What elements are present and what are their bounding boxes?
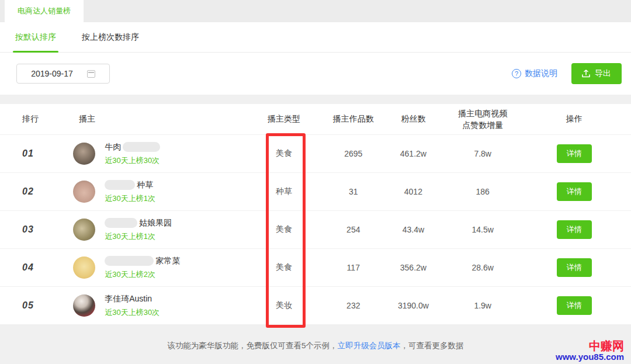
fans-count: 4012 [385, 187, 442, 196]
censored-name-blur [105, 180, 135, 190]
ranking-times: 近30天上榜1次 [105, 231, 172, 242]
header-works: 播主作品数 [322, 114, 385, 124]
export-icon [582, 70, 590, 78]
broadcaster-name: 种草 [137, 180, 153, 190]
censored-name-blur [105, 218, 137, 228]
watermark-site-url: www.you85.com [556, 352, 624, 362]
header-type: 播主类型 [246, 114, 322, 124]
broadcaster-type: 美食 [246, 262, 322, 273]
detail-button[interactable]: 详情 [557, 182, 592, 201]
censored-name-blur [105, 256, 154, 266]
filter-row: 2019-09-17 ? 数据说明 导出 [0, 53, 631, 95]
avatar [73, 181, 95, 203]
calendar-icon [87, 70, 95, 78]
tab-sort-default[interactable]: 按默认排序 [15, 22, 56, 52]
broadcaster-type: 种草 [246, 186, 322, 197]
likes-increment: 1.9w [442, 301, 523, 310]
detail-button[interactable]: 详情 [557, 220, 592, 239]
rank-value: 03 [22, 224, 34, 234]
tab-ecommerce-sales-ranking[interactable]: 电商达人销量榜 [5, 0, 84, 22]
rank-value: 04 [22, 262, 34, 272]
likes-increment: 186 [442, 187, 523, 196]
ranking-times: 近30天上榜1次 [105, 193, 155, 204]
header-broadcaster: 播主 [57, 114, 246, 124]
broadcaster-type: 美妆 [246, 300, 322, 311]
avatar [73, 294, 95, 317]
table-row: 02 种草 近30天上榜1次 种草 31 4012 186 详情 [0, 172, 631, 210]
broadcaster-name: 牛肉 [105, 142, 121, 152]
upgrade-note: 该功能为豪华版功能，免费版仅可查看5个示例，立即升级会员版本，可查看更多数据 [0, 324, 631, 351]
censored-name-blur [123, 142, 160, 152]
export-button[interactable]: 导出 [571, 63, 622, 84]
table-row: 01 牛肉 近30天上榜30次 美食 2695 461.2w 7.8w 详情 [0, 134, 631, 172]
header-action: 操作 [523, 114, 625, 124]
top-tab-bar: 电商达人销量榜 [0, 0, 631, 22]
works-count: 232 [322, 301, 385, 310]
ranking-table: 排行 播主 播主类型 播主作品数 粉丝数 播主电商视频 点赞数增量 操作 01 … [0, 104, 631, 324]
rank-value: 01 [22, 148, 34, 158]
avatar [73, 219, 95, 241]
works-count: 31 [322, 187, 385, 196]
works-count: 254 [322, 225, 385, 234]
header-likes-increment: 播主电商视频 点赞数增量 [442, 108, 523, 131]
export-label: 导出 [595, 68, 611, 79]
fans-count: 43.4w [385, 225, 442, 234]
upgrade-link[interactable]: 立即升级会员版本 [338, 341, 401, 350]
works-count: 2695 [322, 149, 385, 158]
date-value: 2019-09-17 [31, 69, 73, 78]
broadcaster-name: 姑娘果园 [139, 218, 172, 228]
works-count: 117 [322, 263, 385, 272]
detail-button[interactable]: 详情 [557, 258, 592, 277]
right-controls: ? 数据说明 导出 [512, 63, 622, 84]
rank-value: 02 [22, 186, 34, 196]
data-help-label: 数据说明 [525, 68, 557, 79]
broadcaster-name: 家常菜 [155, 256, 180, 266]
upgrade-note-before: 该功能为豪华版功能，免费版仅可查看5个示例， [167, 341, 337, 350]
rank-value: 05 [22, 300, 34, 310]
ranking-times: 近30天上榜30次 [105, 155, 160, 166]
name-block: 种草 近30天上榜1次 [105, 180, 155, 204]
table-row: 03 姑娘果园 近30天上榜1次 美食 254 43.4w 14.5w 详情 [0, 210, 631, 248]
header-rank: 排行 [0, 114, 57, 124]
ranking-times: 近30天上榜30次 [105, 307, 160, 318]
broadcaster-type: 美食 [246, 148, 322, 159]
header-likes-line2: 点赞数增量 [458, 119, 507, 131]
broadcaster-type: 美食 [246, 224, 322, 235]
likes-increment: 7.8w [442, 149, 523, 158]
header-broadcaster-label: 播主 [79, 114, 95, 124]
ranking-times: 近30天上榜2次 [105, 269, 180, 280]
detail-button[interactable]: 详情 [557, 144, 592, 163]
name-block: 姑娘果园 近30天上榜1次 [105, 218, 172, 242]
name-block: 李佳琦Austin 近30天上榜30次 [105, 294, 160, 318]
detail-button[interactable]: 详情 [557, 296, 592, 315]
data-help-link[interactable]: ? 数据说明 [512, 68, 557, 79]
section-gap [0, 95, 631, 104]
broadcaster-name: 李佳琦Austin [105, 294, 152, 304]
footer: 该功能为豪华版功能，免费版仅可查看5个示例，立即升级会员版本，可查看更多数据 中… [0, 324, 631, 363]
sort-tabs: 按默认排序 按上榜次数排序 [0, 22, 631, 53]
name-block: 家常菜 近30天上榜2次 [105, 256, 180, 280]
header-likes-line1: 播主电商视频 [458, 108, 507, 119]
upgrade-note-after: ，可查看更多数据 [401, 341, 464, 350]
watermark-site-name: 中赚网 [556, 339, 624, 352]
likes-increment: 14.5w [442, 225, 523, 234]
avatar [73, 143, 95, 165]
fans-count: 3190.0w [385, 301, 442, 310]
table-row: 04 家常菜 近30天上榜2次 美食 117 356.2w 28.6w 详情 [0, 248, 631, 286]
name-block: 牛肉 近30天上榜30次 [105, 142, 160, 166]
table-header-row: 排行 播主 播主类型 播主作品数 粉丝数 播主电商视频 点赞数增量 操作 [0, 104, 631, 134]
avatar [73, 256, 95, 279]
tab-sort-by-times[interactable]: 按上榜次数排序 [82, 22, 139, 52]
header-fans: 粉丝数 [385, 114, 442, 124]
fans-count: 356.2w [385, 263, 442, 272]
filters-panel: 按默认排序 按上榜次数排序 2019-09-17 ? 数据说明 导出 [0, 22, 631, 95]
likes-increment: 28.6w [442, 263, 523, 272]
question-circle-icon: ? [512, 69, 521, 78]
tab-label: 电商达人销量榜 [18, 6, 71, 16]
fans-count: 461.2w [385, 149, 442, 158]
table-row: 05 李佳琦Austin 近30天上榜30次 美妆 232 3190.0w 1.… [0, 286, 631, 324]
date-picker[interactable]: 2019-09-17 [16, 64, 110, 84]
watermark: 中赚网 www.you85.com [556, 339, 624, 362]
